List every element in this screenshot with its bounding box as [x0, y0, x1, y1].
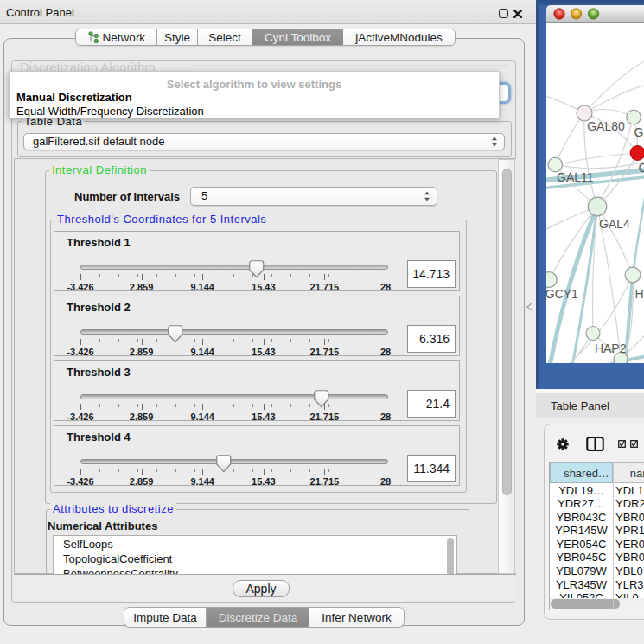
svg-text:HAP2: HAP2 [595, 341, 627, 355]
svg-text:GAL11: GAL11 [557, 170, 594, 184]
svg-text:CY: CY [639, 161, 644, 175]
svg-text:GCY1: GCY1 [546, 287, 578, 301]
svg-text:GAL80: GAL80 [587, 119, 625, 133]
svg-text:H: H [634, 287, 643, 301]
svg-text:GA: GA [634, 125, 644, 139]
svg-text:GAL4: GAL4 [599, 217, 630, 231]
